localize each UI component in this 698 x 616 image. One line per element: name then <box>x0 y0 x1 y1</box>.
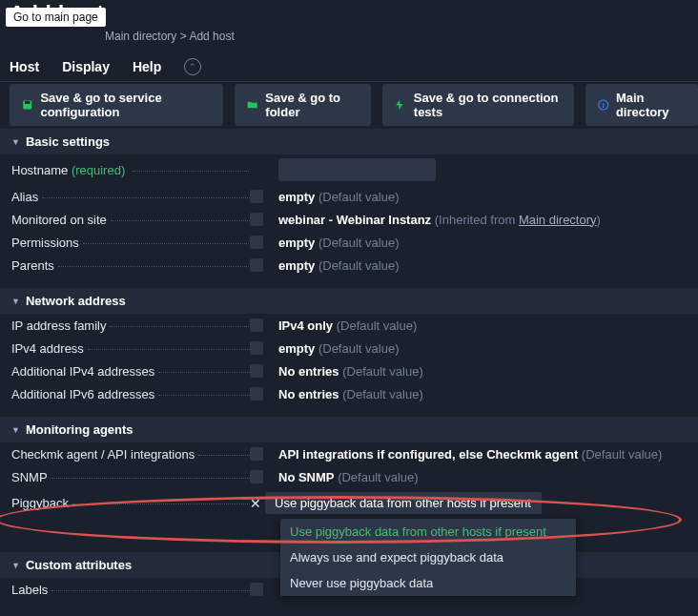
addv6-default: (Default value) <box>342 387 423 401</box>
parents-value: empty <box>278 258 315 273</box>
piggyback-option-never[interactable]: Never use piggyback data <box>280 570 576 596</box>
hostname-input[interactable] <box>278 158 436 181</box>
checkmk-default: (Default value) <box>582 447 663 462</box>
breadcrumb: Main directory > Add host <box>105 30 235 43</box>
permissions-value: empty <box>278 236 315 250</box>
alias-default: (Default value) <box>318 190 400 204</box>
piggyback-dropdown[interactable]: Use piggyback data from other hosts if p… <box>265 492 542 514</box>
save-folder-button[interactable]: Save & go to folder <box>235 84 371 126</box>
save-connection-label: Save & go to connection tests <box>414 91 563 119</box>
row-ipv4: IPv4 address empty (Default value) <box>0 337 698 359</box>
row-snmp: SNMP No SNMP (Default value) <box>0 465 698 488</box>
piggyback-label: Piggyback <box>11 496 250 510</box>
snmp-value: No SNMP <box>278 470 335 484</box>
row-permissions: Permissions empty (Default value) <box>0 231 698 254</box>
bolt-icon <box>394 97 406 113</box>
breadcrumb-current: Add host <box>189 30 234 43</box>
alias-checkbox[interactable] <box>250 190 263 203</box>
addv6-value: No entries <box>278 387 339 401</box>
ipv4-checkbox[interactable] <box>250 341 263 355</box>
row-monitored-site: Monitored on site webinar - Webinar Inst… <box>0 208 698 231</box>
save-service-config-button[interactable]: Save & go to service configuration <box>10 84 223 126</box>
labels-label: Labels <box>11 583 250 597</box>
ipfam-checkbox[interactable] <box>250 318 263 332</box>
hostname-label: Hostname (required) <box>11 163 250 177</box>
addv6-label: Additional IPv6 addresses <box>11 387 250 401</box>
snmp-checkbox[interactable] <box>250 470 263 483</box>
monitored-close: ) <box>597 213 601 227</box>
save-icon <box>21 97 33 113</box>
monitored-checkbox[interactable] <box>250 213 263 226</box>
addv6-checkbox[interactable] <box>250 387 263 400</box>
ipfam-label: IP address family <box>11 318 250 333</box>
clear-icon[interactable]: ✕ <box>250 496 261 511</box>
action-bar: Save & go to service configuration Save … <box>10 84 698 126</box>
menu-display[interactable]: Display <box>62 59 110 74</box>
row-alias: Alias empty (Default value) <box>0 185 698 208</box>
ipv4-label: IPv4 address <box>11 341 250 356</box>
menu-host[interactable]: Host <box>10 59 39 74</box>
info-icon: i <box>597 97 609 113</box>
piggyback-option-always[interactable]: Always use and expect piggyback data <box>280 544 576 570</box>
collapse-icon: ▼ <box>11 425 20 435</box>
main-directory-button[interactable]: i Main directory <box>585 84 698 126</box>
labels-checkbox[interactable] <box>250 583 263 596</box>
section-basic-settings[interactable]: ▼ Basic settings <box>0 129 698 154</box>
alias-label: Alias <box>11 190 250 204</box>
monitored-inherited: (Inherited from <box>435 213 519 227</box>
addv4-label: Additional IPv4 addresses <box>11 364 250 379</box>
breadcrumb-link-main[interactable]: Main directory <box>105 30 176 43</box>
section-custom-title: Custom attributes <box>26 558 132 572</box>
menu-bar: Host Display Help ⌃ <box>0 52 698 82</box>
folder-icon <box>246 97 258 113</box>
permissions-checkbox[interactable] <box>250 236 263 249</box>
collapse-icon: ▼ <box>11 137 20 147</box>
save-connection-tests-button[interactable]: Save & go to connection tests <box>382 84 573 126</box>
row-piggyback: Piggyback ✕ Use piggyback data from othe… <box>0 488 698 518</box>
monitored-value: webinar - Webinar Instanz <box>278 213 431 227</box>
permissions-default: (Default value) <box>318 236 400 250</box>
checkmk-label: Checkmk agent / API integrations <box>11 447 250 462</box>
menu-help[interactable]: Help <box>133 59 161 74</box>
parents-label: Parents <box>11 258 250 273</box>
hostname-required: (required) <box>72 163 125 177</box>
ipfam-value: IPv4 only <box>278 318 333 333</box>
piggyback-dropdown-menu: Use piggyback data from other hosts if p… <box>280 519 576 596</box>
snmp-label: SNMP <box>11 470 250 484</box>
content-area: ▼ Basic settings Hostname (required) Ali… <box>0 129 698 601</box>
addv4-value: No entries <box>278 364 339 379</box>
row-checkmk-agent: Checkmk agent / API integrations API int… <box>0 442 698 465</box>
section-network-address[interactable]: ▼ Network address <box>0 288 698 314</box>
main-directory-label: Main directory <box>616 91 687 119</box>
parents-default: (Default value) <box>318 258 400 273</box>
save-service-config-label: Save & go to service configuration <box>40 91 212 119</box>
checkmk-checkbox[interactable] <box>250 447 263 461</box>
ipv4-default: (Default value) <box>318 341 400 356</box>
breadcrumb-separator: > <box>180 30 187 43</box>
snmp-default: (Default value) <box>338 470 419 484</box>
section-monitoring-agents[interactable]: ▼ Monitoring agents <box>0 417 698 442</box>
monitored-link[interactable]: Main directory <box>519 213 597 227</box>
ipfam-default: (Default value) <box>337 318 418 333</box>
addv4-checkbox[interactable] <box>250 364 263 378</box>
save-folder-label: Save & go to folder <box>265 91 359 119</box>
row-ip-family: IP address family IPv4 only (Default val… <box>0 314 698 337</box>
piggyback-option-present[interactable]: Use piggyback data from other hosts if p… <box>280 519 576 544</box>
addv4-default: (Default value) <box>342 364 423 379</box>
collapse-icon: ▼ <box>11 297 20 306</box>
row-hostname: Hostname (required) <box>0 154 698 185</box>
section-network-title: Network address <box>26 294 126 308</box>
row-add-ipv4: Additional IPv4 addresses No entries (De… <box>0 359 698 382</box>
scroll-top-icon[interactable]: ⌃ <box>184 58 201 75</box>
row-parents: Parents empty (Default value) <box>0 254 698 277</box>
parents-checkbox[interactable] <box>250 258 263 272</box>
ipv4-value: empty <box>278 341 315 356</box>
section-agents-title: Monitoring agents <box>26 422 133 437</box>
hostname-label-text: Hostname <box>11 163 68 177</box>
alias-value: empty <box>278 190 315 204</box>
svg-rect-1 <box>25 101 31 104</box>
svg-text:i: i <box>602 101 604 110</box>
section-basic-title: Basic settings <box>26 134 110 149</box>
monitored-label: Monitored on site <box>11 213 250 227</box>
row-add-ipv6: Additional IPv6 addresses No entries (De… <box>0 382 698 405</box>
